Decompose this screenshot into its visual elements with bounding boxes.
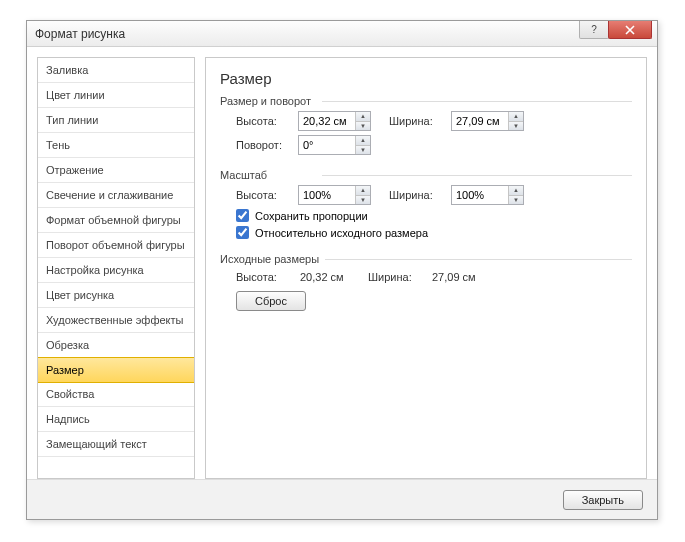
width-spinner[interactable]: ▲▼	[451, 111, 524, 131]
group-legend: Исходные размеры	[220, 253, 325, 265]
panel-heading: Размер	[220, 70, 632, 87]
orig-height-value: 20,32 см	[300, 271, 360, 283]
orig-width-label: Ширина:	[368, 271, 424, 283]
reset-button[interactable]: Сброс	[236, 291, 306, 311]
sidebar-item[interactable]: Цвет рисунка	[38, 283, 194, 308]
sidebar-item[interactable]: Надпись	[38, 407, 194, 432]
orig-width-value: 27,09 см	[432, 271, 476, 283]
sidebar-item[interactable]: Заливка	[38, 58, 194, 83]
spin-up-icon[interactable]: ▲	[356, 136, 370, 146]
group-size-rotation: Размер и поворот Высота: ▲▼ Ширина: ▲▼ П…	[220, 95, 632, 159]
width-input[interactable]	[452, 112, 508, 130]
relative-original-label: Относительно исходного размера	[255, 227, 428, 239]
sidebar-item[interactable]: Тип линии	[38, 108, 194, 133]
rotation-spinner[interactable]: ▲▼	[298, 135, 371, 155]
group-original-size: Исходные размеры Высота: 20,32 см Ширина…	[220, 253, 632, 311]
sidebar-item[interactable]: Свойства	[38, 382, 194, 407]
size-panel: Размер Размер и поворот Высота: ▲▼ Ширин…	[205, 57, 647, 479]
orig-height-label: Высота:	[236, 271, 292, 283]
spin-down-icon[interactable]: ▼	[509, 122, 523, 131]
scale-height-label: Высота:	[236, 189, 292, 201]
scale-width-label: Ширина:	[389, 189, 445, 201]
sidebar-item[interactable]: Цвет линии	[38, 83, 194, 108]
height-input[interactable]	[299, 112, 355, 130]
sidebar-item[interactable]: Тень	[38, 133, 194, 158]
scale-height-spinner[interactable]: ▲▼	[298, 185, 371, 205]
dialog-window: Формат рисунка ? ЗаливкаЦвет линииТип ли…	[26, 20, 658, 520]
scale-width-spinner[interactable]: ▲▼	[451, 185, 524, 205]
sidebar-item[interactable]: Настройка рисунка	[38, 258, 194, 283]
sidebar-item[interactable]: Размер	[37, 357, 195, 383]
rotation-label: Поворот:	[236, 139, 292, 151]
spin-down-icon[interactable]: ▼	[509, 196, 523, 205]
category-sidebar: ЗаливкаЦвет линииТип линииТеньОтражениеС…	[37, 57, 195, 479]
spin-down-icon[interactable]: ▼	[356, 196, 370, 205]
spin-down-icon[interactable]: ▼	[356, 122, 370, 131]
sidebar-item[interactable]: Формат объемной фигуры	[38, 208, 194, 233]
rotation-input[interactable]	[299, 136, 355, 154]
close-icon	[625, 25, 635, 35]
width-label: Ширина:	[389, 115, 445, 127]
help-button[interactable]: ?	[579, 21, 609, 39]
relative-original-checkbox[interactable]	[236, 226, 249, 239]
dialog-footer: Закрыть	[27, 479, 657, 519]
spin-up-icon[interactable]: ▲	[356, 186, 370, 196]
spin-down-icon[interactable]: ▼	[356, 146, 370, 155]
group-legend: Масштаб	[220, 169, 273, 181]
window-close-button[interactable]	[608, 21, 652, 39]
height-spinner[interactable]: ▲▼	[298, 111, 371, 131]
spin-up-icon[interactable]: ▲	[356, 112, 370, 122]
titlebar: Формат рисунка ?	[27, 21, 657, 47]
group-legend: Размер и поворот	[220, 95, 317, 107]
window-title: Формат рисунка	[35, 27, 125, 41]
sidebar-item[interactable]: Отражение	[38, 158, 194, 183]
sidebar-item[interactable]: Обрезка	[38, 333, 194, 358]
lock-aspect-checkbox[interactable]	[236, 209, 249, 222]
sidebar-item[interactable]: Замещающий текст	[38, 432, 194, 457]
sidebar-item[interactable]: Художественные эффекты	[38, 308, 194, 333]
spin-up-icon[interactable]: ▲	[509, 186, 523, 196]
close-button[interactable]: Закрыть	[563, 490, 643, 510]
sidebar-item[interactable]: Поворот объемной фигуры	[38, 233, 194, 258]
spin-up-icon[interactable]: ▲	[509, 112, 523, 122]
group-scale: Масштаб Высота: ▲▼ Ширина: ▲▼ Сохранит	[220, 169, 632, 243]
height-label: Высота:	[236, 115, 292, 127]
sidebar-item[interactable]: Свечение и сглаживание	[38, 183, 194, 208]
scale-height-input[interactable]	[299, 186, 355, 204]
scale-width-input[interactable]	[452, 186, 508, 204]
lock-aspect-label: Сохранить пропорции	[255, 210, 368, 222]
